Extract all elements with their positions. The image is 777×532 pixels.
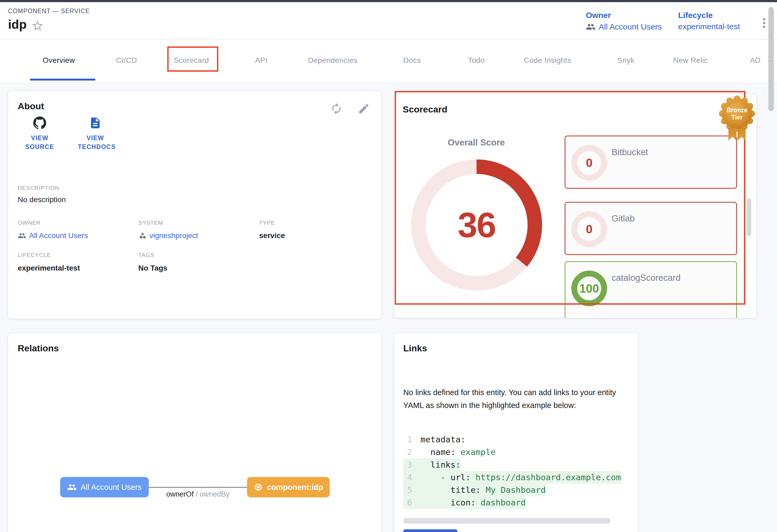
score-value: 0 [586,223,592,236]
description-label: DESCRIPTION [18,185,59,191]
tab-code-insights[interactable]: Code Insights [524,56,571,65]
code-key: title: [451,484,486,496]
yaml-code-block: 1metadata: 2 name: example 3 links: 4 - … [403,433,629,509]
owner-label: Owner [586,11,662,20]
relation-node-owner[interactable]: All Account Users [60,477,149,497]
overall-score-donut: 36 [411,159,542,290]
bronze-tier-badge: Bronze Tier [717,94,757,145]
line-number: 6 [403,496,421,509]
code-line-highlighted: 5 title: My Dashboard [403,484,629,496]
code-indent [421,458,430,471]
code-line: 2 name: example [403,446,629,458]
relation-edge-label: ownerOf / ownedBy [149,490,247,499]
people-icon [18,231,26,240]
code-key: links: [430,458,460,471]
code-indent [421,446,430,458]
scorecard-item-catalogscorecard[interactable]: 100 catalogScorecard [565,261,737,318]
owner-field-label: OWNER [18,220,41,226]
top-accent-bar [0,0,777,2]
lifecycle-value: experimental-test [678,22,740,31]
donut-hole: 36 [426,174,528,276]
score-ring: 0 [571,211,607,247]
favorite-star-icon[interactable] [31,19,44,32]
line-number: 5 [403,484,421,496]
code-key: icon: [451,496,480,509]
code-value: dashboard [480,496,526,509]
tab-truncated[interactable]: AD [750,56,763,65]
owner-link[interactable]: All Account Users [586,22,662,32]
badge-line2: Tier [731,114,743,121]
relations-card: Relations All Account Users ownerOf / ow… [8,334,381,532]
code-key: metadata: [421,433,465,446]
system-field-link[interactable]: vigneshproject [138,231,198,240]
view-techdocs-button[interactable]: VIEW TECHDOCS [65,117,126,151]
type-field-value: service [259,231,285,240]
overall-score-label: Overall Score [423,137,530,148]
line-number: 3 [403,458,421,471]
view-techdocs-label: VIEW TECHDOCS [78,134,113,151]
tags-field-value: No Tags [138,264,167,272]
scorecard-card: Scorecard Overall Score 36 0 Bitbucket 0… [394,95,756,318]
tab-bar: Overview CI/CD Scorecard API Dependencie… [0,40,777,84]
relation-edge-line [149,487,247,488]
header-lifecycle-group: Lifecycle experimental-test [678,11,740,31]
scorecard-item-gitlab[interactable]: 0 Gitlab [565,202,737,255]
scorecard-item-name: Gitlab [612,214,635,224]
score-ring: 0 [571,145,607,181]
code-indent [421,496,451,509]
system-kind-icon [138,231,147,240]
tab-cicd[interactable]: CI/CD [116,56,137,65]
relations-card-title: Relations [18,343,59,354]
tab-dependencies[interactable]: Dependencies [308,56,357,65]
entity-kind-breadcrumb: COMPONENT — SERVICE [8,7,90,15]
code-dash: - [441,471,451,484]
relation-forward: ownerOf [166,490,194,498]
tab-docs[interactable]: Docs [403,56,421,65]
scorecard-card-title: Scorecard [403,104,447,115]
code-value: My Dashboard [486,484,546,496]
tab-snyk[interactable]: Snyk [617,56,635,65]
lifecycle-field-value: experimental-test [18,264,80,272]
overall-score-value: 36 [458,205,495,245]
scorecard-item-bitbucket[interactable]: 0 Bitbucket [565,136,737,189]
code-key: name: [430,446,460,458]
code-horizontal-scrollbar[interactable] [403,518,610,524]
links-empty-message: No links defined for this entity. You ca… [403,386,631,412]
view-source-button[interactable]: VIEW SOURCE [15,117,65,151]
line-number: 4 [403,471,421,484]
chip-icon [253,482,263,492]
people-icon [586,22,595,32]
header-owner-group: Owner All Account Users [586,11,662,32]
github-icon [33,117,46,129]
badge-line1: Bronze [727,107,748,114]
tab-overview[interactable]: Overview [43,56,75,65]
scorecard-item-name: Bitbucket [612,147,648,157]
description-value: No description [18,195,66,204]
active-tab-indicator [30,79,95,81]
tags-field-label: TAGS [138,252,154,258]
techdocs-document-icon [89,117,102,129]
clipped-action-button[interactable] [403,529,457,532]
owner-field-link[interactable]: All Account Users [18,231,88,240]
relation-inverse: ownedBy [200,490,230,498]
code-key: url: [451,471,475,484]
code-indent [421,471,441,484]
tab-new-relic[interactable]: New Relic [673,56,708,65]
refresh-icon[interactable] [330,103,343,115]
code-indent [421,484,451,496]
edit-pencil-icon[interactable] [358,103,370,115]
relation-source-label: All Account Users [81,483,141,492]
line-number: 2 [403,446,421,458]
page-title: idp [8,17,27,32]
relation-node-component[interactable]: component:idp [247,477,330,497]
scorecard-list-scrollbar[interactable] [747,198,751,236]
tab-scorecard[interactable]: Scorecard [174,56,209,65]
system-field-value: vigneshproject [149,231,198,240]
relation-target-label: component:idp [267,483,323,492]
tab-todo[interactable]: Todo [468,56,484,65]
page-scrollbar[interactable] [768,7,774,111]
tab-api[interactable]: API [255,56,267,65]
code-value: https://dashboard.example.com [475,471,621,484]
owner-value: All Account Users [599,22,662,31]
owner-field-value: All Account Users [29,231,88,240]
